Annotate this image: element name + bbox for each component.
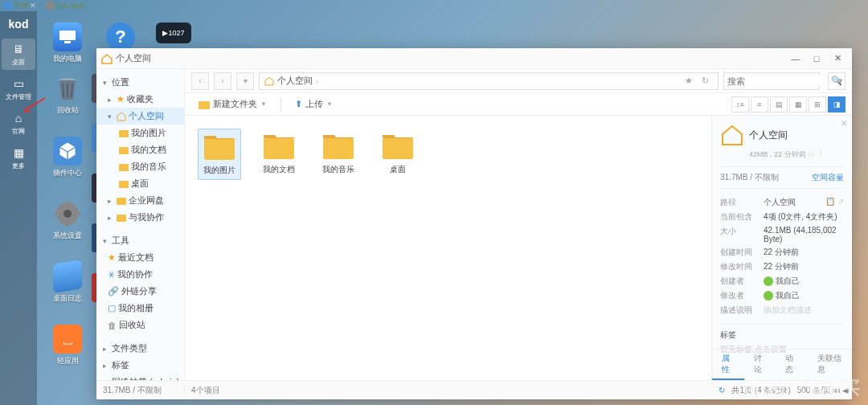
- nav-forward-button[interactable]: ›: [214, 72, 231, 90]
- details-subtitle: 42MB , 22 分钟前 ☆ ⋮: [720, 149, 844, 160]
- tree-tools[interactable]: ▾工具: [96, 232, 184, 249]
- tree-my-album[interactable]: ▢我的相册: [96, 300, 184, 317]
- tree-filetype[interactable]: ▸文件类型: [96, 340, 184, 357]
- home-icon: [101, 53, 113, 64]
- view-large-button[interactable]: ⊞: [809, 96, 826, 112]
- svg-rect-16: [204, 139, 235, 160]
- tab-activity[interactable]: 动态: [776, 350, 808, 380]
- tree-enterprise[interactable]: ▸企业网盘: [96, 192, 184, 209]
- cube-icon: [56, 140, 79, 162]
- pager-first[interactable]: ⏮: [833, 386, 841, 395]
- sidebar-item-website[interactable]: ⌂ 官网: [2, 108, 35, 139]
- folder-item[interactable]: 我的文档: [257, 129, 301, 180]
- folder-grid[interactable]: 我的图片 我的文档 我的音乐 桌面: [185, 116, 711, 380]
- computer-icon: [58, 29, 77, 45]
- home-icon: ⌂: [10, 111, 27, 125]
- tree-my-music[interactable]: 我的音乐: [96, 158, 184, 175]
- per-page[interactable]: 500 条/页: [797, 385, 831, 396]
- tree-personal-space[interactable]: ▾个人空间: [96, 108, 184, 125]
- desktop-icon-log[interactable]: 桌面日志: [48, 262, 87, 304]
- storage-used: 31.7MB / 不限制: [720, 172, 779, 183]
- svg-rect-10: [119, 147, 129, 154]
- tab-discuss[interactable]: 讨论: [744, 350, 776, 380]
- pager-prev[interactable]: ◀: [842, 386, 849, 395]
- details-title: 个人空间: [749, 129, 788, 142]
- tree-desktop[interactable]: 桌面: [96, 175, 184, 192]
- tab-related[interactable]: 关联信息: [808, 350, 852, 380]
- tab-properties[interactable]: 属性: [712, 350, 744, 380]
- desktop-icon-plugins[interactable]: 插件中心: [48, 137, 87, 178]
- svg-rect-9: [119, 130, 129, 137]
- desktop-icon-settings[interactable]: 系统设置: [48, 199, 87, 241]
- star-button[interactable]: ★: [681, 73, 697, 89]
- sidebar-item-more[interactable]: ▦ 更多: [2, 142, 35, 174]
- details-panel: ✕ 个人空间 42MB , 22 分钟前 ☆ ⋮ 31.7MB / 不限制 空间…: [711, 116, 852, 380]
- upload-button[interactable]: ⬆上传▼: [288, 96, 340, 113]
- desktop-icon-trash[interactable]: 回收站: [48, 74, 87, 116]
- view-compact-button[interactable]: ▤: [770, 96, 788, 112]
- view-list-button[interactable]: ≡: [751, 96, 768, 112]
- refresh-button[interactable]: ↻: [697, 73, 713, 89]
- details-pane-button[interactable]: ◨: [828, 96, 845, 112]
- sidebar-item-files[interactable]: ▭ 文件管理: [2, 73, 35, 104]
- tree-my-pictures[interactable]: 我的图片: [96, 125, 184, 141]
- tree-tags[interactable]: ▸标签: [96, 357, 184, 374]
- video-icon: ▶1027: [156, 22, 191, 43]
- tree-trash[interactable]: 🗑回收站: [96, 317, 184, 333]
- sidebar-item-desktop[interactable]: 🖥 桌面: [2, 39, 35, 70]
- refresh-icon[interactable]: ↻: [719, 386, 725, 395]
- svg-rect-12: [119, 181, 129, 188]
- svg-rect-11: [119, 164, 129, 171]
- svg-rect-0: [59, 31, 76, 40]
- folder-icon: ▭: [10, 76, 27, 91]
- sort-button[interactable]: ↕≡: [731, 96, 749, 112]
- svg-rect-14: [117, 215, 126, 222]
- gear-icon: [55, 201, 80, 227]
- close-details-button[interactable]: ✕: [841, 119, 847, 128]
- svg-rect-17: [264, 138, 294, 159]
- window-titlebar[interactable]: 个人空间 — □ ✕: [96, 48, 852, 69]
- search-button[interactable]: 🔍: [828, 72, 845, 90]
- status-bar: 31.7MB / 不限制 4个项目 ↻ 共1页 (4 条记录) 500 条/页 …: [96, 380, 852, 399]
- tree-collaboration[interactable]: ▸与我协作: [96, 209, 184, 226]
- breadcrumb[interactable]: 个人空间 › ★ ↻: [259, 72, 719, 90]
- svg-rect-15: [199, 101, 210, 109]
- pager-info: 共1页 (4 条记录): [727, 385, 795, 396]
- desktop-icon-lightapp[interactable]: ⎵ 轻应用: [48, 325, 87, 366]
- kod-logo: kod: [9, 18, 29, 31]
- bag-icon: ⎵: [53, 325, 82, 354]
- new-folder-button[interactable]: 新建文件夹▼: [191, 96, 274, 113]
- maximize-button[interactable]: □: [807, 51, 826, 67]
- tree-location[interactable]: ▾位置: [96, 74, 184, 91]
- nav-up-button[interactable]: ▾: [236, 72, 254, 90]
- kod-sidebar: kod 🖥 桌面 ▭ 文件管理 ⌂ 官网 ▦ 更多: [0, 11, 37, 405]
- folder-item[interactable]: 我的图片: [198, 129, 241, 180]
- avatar: [764, 276, 773, 286]
- tree-recent[interactable]: ★最近文档: [96, 249, 184, 266]
- folder-item[interactable]: 我的音乐: [317, 129, 360, 180]
- folder-icon: [381, 132, 415, 161]
- apps-icon: ▦: [10, 145, 27, 160]
- tree-favorites[interactable]: ▸★收藏夹: [96, 91, 184, 108]
- folder-item[interactable]: 桌面: [376, 129, 420, 180]
- storage-link[interactable]: 空间容量: [812, 172, 844, 183]
- tree-my-documents[interactable]: 我的文档: [96, 141, 184, 158]
- search-input[interactable]: ▾: [723, 72, 820, 90]
- tab-2[interactable]: frps dash: [55, 2, 85, 10]
- minimize-button[interactable]: —: [786, 51, 805, 67]
- description-input[interactable]: 添加文档描述: [764, 305, 844, 316]
- folder-icon: [199, 100, 210, 109]
- view-grid-button[interactable]: ▦: [789, 96, 807, 112]
- folder-icon: [262, 132, 296, 161]
- tree-external-share[interactable]: 🔗外链分享: [96, 283, 184, 300]
- svg-rect-18: [323, 138, 354, 159]
- folder-icon: [119, 179, 129, 189]
- desktop-icon-mycomputer[interactable]: 我的电脑: [48, 22, 87, 64]
- status-items: 4个项目: [185, 385, 719, 396]
- nav-back-button[interactable]: ‹: [191, 72, 209, 90]
- tree-my-collab[interactable]: ⚹我的协作: [96, 266, 184, 283]
- tab-1[interactable]: 百度: [14, 1, 28, 11]
- close-button[interactable]: ✕: [828, 51, 847, 67]
- tree-network-mount[interactable]: ▸网络挂载 (admin): [96, 374, 184, 380]
- avatar: [764, 291, 773, 301]
